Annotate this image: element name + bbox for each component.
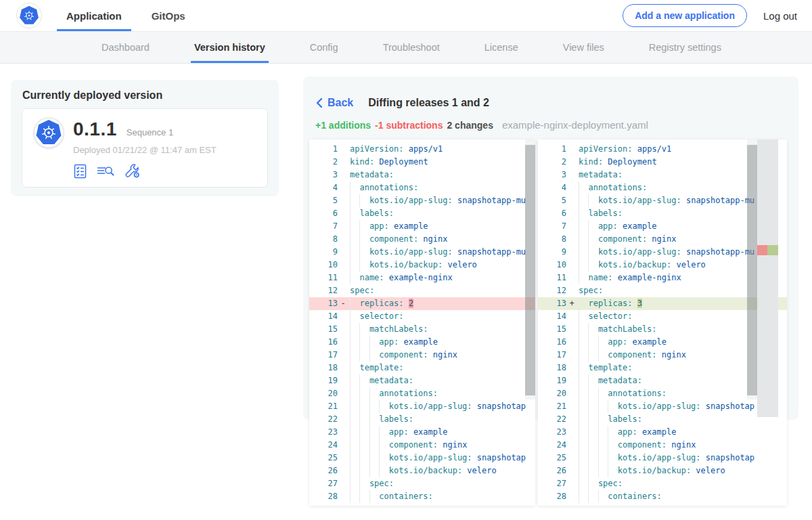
code-line-13-left: 13-replicas: 2: [309, 297, 535, 310]
line-number: 17: [309, 349, 338, 362]
code-content: component: nginx: [579, 233, 676, 246]
code-line-26-left: 26kots.io/backup: velero: [309, 464, 535, 477]
diff-marker: [566, 246, 577, 259]
topnav-tabs: ApplicationGitOps: [65, 0, 187, 31]
back-button[interactable]: Back: [315, 97, 353, 109]
code-line-1-left: 1apiVersion: apps/v1: [309, 143, 535, 156]
code-content: kots.io/app-slug: snapshotapp-mu: [350, 194, 526, 207]
code-line-15-left: 15matchLabels:: [309, 323, 535, 336]
scrollbar-thumb[interactable]: [525, 145, 535, 395]
tab-troubleshoot[interactable]: Troubleshoot: [380, 32, 443, 63]
code-content: app: example: [579, 426, 676, 439]
diff-marker: [338, 207, 348, 220]
line-number: 16: [538, 336, 566, 349]
code-content: kots.io/backup: velero: [350, 464, 497, 477]
diff-marker: [566, 477, 577, 490]
diff-marker: [338, 272, 348, 284]
line-number: 10: [538, 259, 566, 272]
line-number: 26: [309, 464, 338, 477]
line-number: 18: [309, 362, 338, 374]
code-content: component: nginx: [350, 349, 457, 362]
diff-marker: +: [566, 297, 577, 310]
deployed-version-box: 0.1.1 Sequence 1 Deployed 01/21/22 @ 11:…: [22, 108, 268, 188]
edit-config-icon[interactable]: [124, 163, 141, 179]
line-number: 9: [309, 246, 338, 259]
line-number: 3: [309, 169, 338, 181]
line-number: 2: [309, 156, 338, 169]
diff-marker: [566, 374, 577, 387]
code-content: labels:: [350, 207, 394, 220]
tab-view-files[interactable]: View files: [560, 32, 608, 63]
line-number: 25: [309, 452, 338, 464]
code-content: containers:: [579, 490, 662, 503]
diff-marker: [338, 233, 348, 246]
add-application-button[interactable]: Add a new application: [623, 4, 747, 27]
code-content: labels:: [350, 413, 413, 426]
code-content: app: example: [350, 220, 428, 233]
diff-marker: [338, 143, 348, 156]
ruler-deletion-marker: [757, 245, 767, 255]
code-content: component: nginx: [350, 439, 467, 452]
code-content: kots.io/backup: velero: [579, 259, 706, 272]
code-line-27-left: 27spec:: [309, 477, 535, 490]
diff-marker: [566, 259, 577, 272]
code-line-20-left: 20annotations:: [309, 387, 535, 400]
topnav-tab-application[interactable]: Application: [65, 0, 123, 31]
scrollbar-thumb[interactable]: [747, 145, 757, 395]
tab-registry-settings[interactable]: Registry settings: [646, 32, 725, 63]
top-navigation: ApplicationGitOps Add a new application …: [0, 0, 812, 32]
line-number: 12: [309, 284, 338, 297]
diff-marker: [338, 310, 348, 323]
back-label: Back: [328, 97, 353, 109]
line-number: 13: [538, 297, 566, 310]
line-number: 13: [309, 297, 338, 310]
kubernetes-logo: [16, 3, 42, 28]
diff-marker: [566, 284, 577, 297]
code-content: annotations:: [350, 181, 418, 194]
topnav-tab-gitops[interactable]: GitOps: [150, 0, 187, 31]
line-number: 5: [538, 194, 566, 207]
diff-marker: [338, 477, 348, 490]
logout-button[interactable]: Log out: [763, 10, 797, 22]
code-content: replicas: 3: [579, 297, 642, 310]
line-number: 4: [538, 181, 566, 194]
code-content: component: nginx: [579, 439, 696, 452]
tab-license[interactable]: License: [481, 32, 522, 63]
diff-marker: [566, 387, 577, 400]
diff-marker: [338, 323, 348, 336]
line-number: 21: [309, 400, 338, 413]
diff-marker: [566, 194, 577, 207]
code-content: spec:: [350, 477, 394, 490]
diff-overview-ruler: [757, 139, 778, 417]
code-content: spec:: [579, 477, 623, 490]
line-number: 6: [538, 207, 566, 220]
code-content: spec:: [350, 284, 374, 297]
line-number: 24: [309, 439, 338, 452]
code-line-3-left: 3metadata:: [309, 169, 535, 181]
diff-marker: [566, 207, 577, 220]
diff-editor-original[interactable]: 1apiVersion: apps/v12kind: Deployment3me…: [309, 139, 535, 506]
code-content: annotations:: [350, 387, 438, 400]
tab-config[interactable]: Config: [307, 32, 342, 63]
diff-marker: [566, 272, 577, 284]
tab-version-history[interactable]: Version history: [191, 32, 269, 63]
line-number: 15: [309, 323, 338, 336]
tab-dashboard[interactable]: Dashboard: [98, 32, 153, 63]
code-content: apiVersion: apps/v1: [579, 143, 671, 156]
release-notes-icon[interactable]: [97, 164, 115, 179]
diff-editor-modified[interactable]: 1apiVersion: apps/v12kind: Deployment3me…: [538, 139, 787, 506]
code-content: kind: Deployment: [579, 156, 657, 169]
code-line-24-left: 24component: nginx: [309, 439, 535, 452]
code-line-14-left: 14selector:: [309, 310, 535, 323]
code-line-24-right: 24component: nginx: [538, 439, 787, 452]
diff-stats: +1 additions -1 subtractions 2 changes e…: [315, 119, 786, 131]
line-number: 19: [538, 374, 566, 387]
diff-marker: [338, 490, 348, 503]
code-content: metadata:: [579, 374, 642, 387]
diff-marker: [566, 310, 577, 323]
code-line-28-left: 28containers:: [309, 490, 535, 503]
preflight-checks-icon[interactable]: [73, 164, 88, 179]
diff-marker: [566, 220, 577, 233]
code-content: kots.io/app-slug: snapshotap: [350, 400, 526, 413]
code-line-9-left: 9kots.io/app-slug: snapshotapp-mu: [309, 246, 535, 259]
